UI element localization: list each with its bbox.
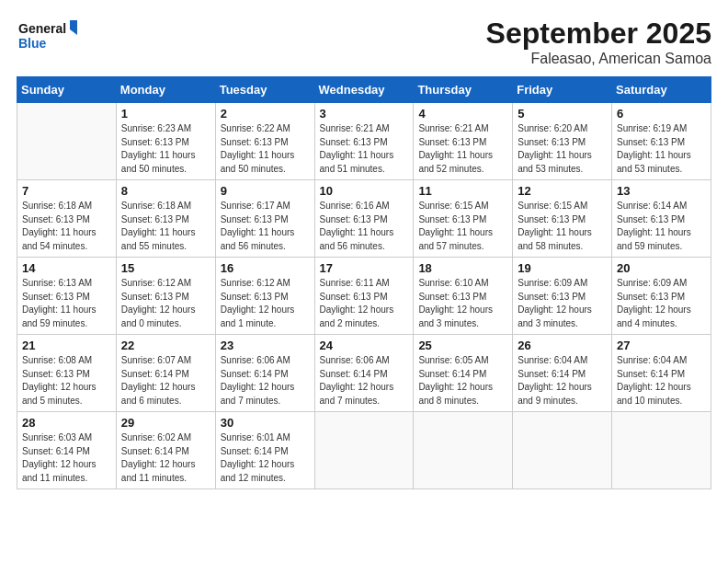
calendar-cell: 26Sunrise: 6:04 AMSunset: 6:14 PMDayligh…: [513, 335, 612, 412]
calendar-cell: 11Sunrise: 6:15 AMSunset: 6:13 PMDayligh…: [414, 180, 513, 258]
calendar-cell: 4Sunrise: 6:21 AMSunset: 6:13 PMDaylight…: [414, 103, 513, 180]
day-info: Sunrise: 6:14 AMSunset: 6:13 PMDaylight:…: [617, 200, 706, 253]
day-number: 25: [418, 339, 507, 352]
day-number: 10: [320, 184, 409, 198]
calendar-cell: 8Sunrise: 6:18 AMSunset: 6:13 PMDaylight…: [116, 180, 215, 258]
calendar-cell: 20Sunrise: 6:09 AMSunset: 6:13 PMDayligh…: [612, 258, 711, 335]
calendar-cell: 28Sunrise: 6:03 AMSunset: 6:14 PMDayligh…: [17, 412, 117, 489]
day-number: 30: [221, 416, 310, 430]
day-info: Sunrise: 6:13 AMSunset: 6:13 PMDaylight:…: [22, 277, 111, 330]
day-number: 6: [617, 107, 706, 121]
day-info: Sunrise: 6:18 AMSunset: 6:13 PMDaylight:…: [22, 200, 111, 253]
day-number: 27: [617, 339, 706, 352]
calendar-cell: 6Sunrise: 6:19 AMSunset: 6:13 PMDaylight…: [612, 103, 711, 180]
day-number: 24: [320, 339, 409, 352]
day-info: Sunrise: 6:12 AMSunset: 6:13 PMDaylight:…: [121, 277, 210, 330]
calendar-table: SundayMondayTuesdayWednesdayThursdayFrid…: [17, 76, 711, 489]
svg-text:Blue: Blue: [18, 36, 47, 51]
calendar-week-row-5: 28Sunrise: 6:03 AMSunset: 6:14 PMDayligh…: [17, 412, 711, 489]
calendar-cell: 12Sunrise: 6:15 AMSunset: 6:13 PMDayligh…: [513, 180, 612, 258]
calendar-cell: 10Sunrise: 6:16 AMSunset: 6:13 PMDayligh…: [314, 180, 414, 258]
col-header-tuesday: Tuesday: [215, 77, 314, 103]
day-number: 17: [320, 261, 409, 275]
calendar-week-row-4: 21Sunrise: 6:08 AMSunset: 6:13 PMDayligh…: [17, 335, 711, 412]
day-number: 5: [518, 107, 607, 121]
header: GeneralBlue September 2025 Faleasao, Ame…: [17, 17, 711, 67]
calendar-cell: [612, 412, 711, 489]
day-info: Sunrise: 6:10 AMSunset: 6:13 PMDaylight:…: [418, 277, 507, 330]
day-info: Sunrise: 6:06 AMSunset: 6:14 PMDaylight:…: [320, 354, 409, 408]
day-info: Sunrise: 6:15 AMSunset: 6:13 PMDaylight:…: [418, 200, 507, 253]
day-number: 21: [22, 339, 111, 352]
day-number: 18: [418, 261, 507, 275]
svg-marker-2: [70, 20, 77, 35]
day-number: 20: [617, 261, 706, 275]
day-number: 14: [22, 261, 111, 275]
day-number: 28: [22, 416, 111, 430]
day-info: Sunrise: 6:11 AMSunset: 6:13 PMDaylight:…: [320, 277, 409, 330]
day-info: Sunrise: 6:20 AMSunset: 6:13 PMDaylight:…: [518, 122, 607, 176]
calendar-cell: 2Sunrise: 6:22 AMSunset: 6:13 PMDaylight…: [215, 103, 314, 180]
day-info: Sunrise: 6:22 AMSunset: 6:13 PMDaylight:…: [221, 122, 310, 176]
calendar-cell: 25Sunrise: 6:05 AMSunset: 6:14 PMDayligh…: [414, 335, 513, 412]
day-info: Sunrise: 6:15 AMSunset: 6:13 PMDaylight:…: [518, 200, 607, 253]
day-info: Sunrise: 6:21 AMSunset: 6:13 PMDaylight:…: [320, 122, 409, 176]
calendar-cell: [314, 412, 414, 489]
calendar-header-row: SundayMondayTuesdayWednesdayThursdayFrid…: [17, 77, 711, 103]
calendar-cell: 21Sunrise: 6:08 AMSunset: 6:13 PMDayligh…: [17, 335, 117, 412]
col-header-saturday: Saturday: [612, 77, 711, 103]
day-info: Sunrise: 6:12 AMSunset: 6:13 PMDaylight:…: [221, 277, 310, 330]
col-header-sunday: Sunday: [17, 77, 117, 103]
day-number: 23: [221, 339, 310, 352]
calendar-cell: 1Sunrise: 6:23 AMSunset: 6:13 PMDaylight…: [116, 103, 215, 180]
day-number: 13: [617, 184, 706, 198]
day-number: 12: [518, 184, 607, 198]
svg-text:General: General: [18, 21, 66, 36]
day-info: Sunrise: 6:01 AMSunset: 6:14 PMDaylight:…: [221, 431, 310, 485]
calendar-cell: 27Sunrise: 6:04 AMSunset: 6:14 PMDayligh…: [612, 335, 711, 412]
day-number: 4: [418, 107, 507, 121]
day-number: 22: [121, 339, 210, 352]
day-number: 19: [518, 261, 607, 275]
col-header-friday: Friday: [513, 77, 612, 103]
calendar-cell: [513, 412, 612, 489]
day-info: Sunrise: 6:08 AMSunset: 6:13 PMDaylight:…: [22, 354, 111, 408]
page: GeneralBlue September 2025 Faleasao, Ame…: [0, 0, 728, 563]
calendar-cell: 29Sunrise: 6:02 AMSunset: 6:14 PMDayligh…: [116, 412, 215, 489]
calendar-cell: 13Sunrise: 6:14 AMSunset: 6:13 PMDayligh…: [612, 180, 711, 258]
day-info: Sunrise: 6:17 AMSunset: 6:13 PMDaylight:…: [221, 200, 310, 253]
day-number: 7: [22, 184, 111, 198]
day-number: 16: [221, 261, 310, 275]
day-number: 3: [320, 107, 409, 121]
col-header-thursday: Thursday: [414, 77, 513, 103]
day-info: Sunrise: 6:18 AMSunset: 6:13 PMDaylight:…: [121, 200, 210, 253]
day-number: 8: [121, 184, 210, 198]
day-number: 2: [221, 107, 310, 121]
day-number: 15: [121, 261, 210, 275]
day-number: 29: [121, 416, 210, 430]
day-info: Sunrise: 6:04 AMSunset: 6:14 PMDaylight:…: [518, 354, 607, 408]
day-info: Sunrise: 6:19 AMSunset: 6:13 PMDaylight:…: [617, 122, 706, 176]
calendar-cell: [414, 412, 513, 489]
day-number: 11: [418, 184, 507, 198]
calendar-cell: 30Sunrise: 6:01 AMSunset: 6:14 PMDayligh…: [215, 412, 314, 489]
calendar-week-row-1: 1Sunrise: 6:23 AMSunset: 6:13 PMDaylight…: [17, 103, 711, 180]
calendar-cell: 17Sunrise: 6:11 AMSunset: 6:13 PMDayligh…: [314, 258, 414, 335]
location-title: Faleasao, American Samoa: [486, 51, 711, 67]
day-info: Sunrise: 6:16 AMSunset: 6:13 PMDaylight:…: [320, 200, 409, 253]
day-info: Sunrise: 6:07 AMSunset: 6:14 PMDaylight:…: [121, 354, 210, 408]
calendar-cell: 5Sunrise: 6:20 AMSunset: 6:13 PMDaylight…: [513, 103, 612, 180]
day-info: Sunrise: 6:04 AMSunset: 6:14 PMDaylight:…: [617, 354, 706, 408]
col-header-wednesday: Wednesday: [314, 77, 414, 103]
calendar-cell: 9Sunrise: 6:17 AMSunset: 6:13 PMDaylight…: [215, 180, 314, 258]
col-header-monday: Monday: [116, 77, 215, 103]
calendar-cell: 15Sunrise: 6:12 AMSunset: 6:13 PMDayligh…: [116, 258, 215, 335]
calendar-cell: 3Sunrise: 6:21 AMSunset: 6:13 PMDaylight…: [314, 103, 414, 180]
logo-svg: GeneralBlue: [17, 17, 81, 53]
day-number: 9: [221, 184, 310, 198]
day-info: Sunrise: 6:06 AMSunset: 6:14 PMDaylight:…: [221, 354, 310, 408]
month-title: September 2025: [486, 17, 711, 51]
calendar-cell: 23Sunrise: 6:06 AMSunset: 6:14 PMDayligh…: [215, 335, 314, 412]
day-info: Sunrise: 6:05 AMSunset: 6:14 PMDaylight:…: [418, 354, 507, 408]
calendar-cell: 7Sunrise: 6:18 AMSunset: 6:13 PMDaylight…: [17, 180, 117, 258]
